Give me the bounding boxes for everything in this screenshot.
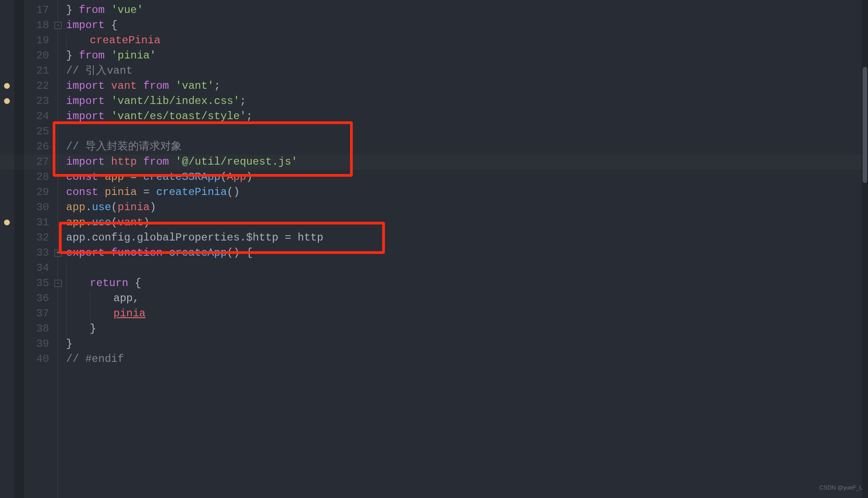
code-token: ) [150,201,156,213]
code-line[interactable]: // 导入封装的请求对象 [66,139,868,154]
code-line[interactable]: const pinia = createPinia() [66,185,868,200]
line-number: 24 [27,109,49,124]
code-token: // 引入vant [66,65,133,77]
code-token: function [111,247,169,259]
code-line[interactable]: import 'vant/lib/index.css'; [66,94,868,109]
line-number: 31 [27,215,49,230]
code-line[interactable]: } from 'pinia' [66,48,868,63]
code-line[interactable]: app.use(pinia) [66,200,868,215]
code-token: from [143,156,175,168]
code-token: import [66,156,111,168]
code-token: } [90,323,96,335]
code-token: ; [246,110,252,122]
scrollbar-thumb[interactable] [863,67,867,183]
breakpoint-dot[interactable] [4,83,10,89]
code-token: vant [117,216,143,228]
code-line[interactable]: const app = createSSRApp(App) [66,170,868,185]
code-token: ( [221,171,227,183]
code-line[interactable]: import http from '@/util/request.js' [66,154,868,170]
code-token: globalProperties [137,232,239,244]
code-token: $http [246,232,278,244]
code-token: app [66,232,85,244]
code-line[interactable]: // #endif [66,352,868,367]
code-line[interactable]: app.config.globalProperties.$http = http [66,230,868,245]
code-token: ; [240,95,246,107]
code-token: import [66,19,111,31]
line-number: 26 [27,139,49,154]
line-number: 20 [27,48,49,63]
code-token: use [92,201,111,213]
code-token: from [79,4,111,16]
code-line[interactable]: import vant from 'vant'; [66,79,868,94]
code-token: import [66,110,111,122]
code-area[interactable]: } from 'vue'import {createPinia} from 'p… [66,0,868,498]
code-token: from [143,80,175,92]
code-token: import [66,95,111,107]
code-token: } [66,4,79,16]
code-token: const [66,186,104,198]
code-token: . [85,232,92,244]
fold-toggle-icon[interactable]: - [54,22,62,29]
code-line[interactable]: import 'vant/es/toast/style'; [66,109,868,124]
code-line[interactable]: export function createApp() { [66,245,868,261]
code-token: 'vant/lib/index.css' [111,95,240,107]
line-number: 35 [27,276,49,291]
fold-gutter[interactable]: -+- [53,0,63,498]
line-number: 27 [27,154,49,170]
code-token: App [227,171,246,183]
code-line[interactable]: } from 'vue' [66,3,868,18]
code-line[interactable]: // 引入vant [66,63,868,79]
code-token: app [113,292,133,304]
code-line[interactable]: import { [66,18,868,33]
line-number: 25 [27,124,49,139]
code-token: 'vant' [175,80,214,92]
code-line[interactable] [66,124,868,139]
code-line[interactable] [66,261,868,276]
line-number: 21 [27,63,49,79]
line-number: 36 [27,291,49,306]
code-token: () [227,186,240,198]
code-line[interactable]: app, [66,291,868,306]
code-line[interactable]: app.use(vant) [66,215,868,230]
fold-toggle-icon[interactable]: - [54,280,62,287]
code-token: ) [246,171,252,183]
code-line[interactable]: } [66,336,868,352]
code-token: // 导入封装的请求对象 [66,141,182,153]
code-token: . [85,201,92,213]
code-token: = [143,186,156,198]
code-token: app [104,171,130,183]
code-line[interactable]: return { [66,276,868,291]
code-line[interactable]: } [66,321,868,336]
code-token: = [130,171,143,183]
code-token: . [130,232,137,244]
code-token: import [66,80,111,92]
code-token: { [135,277,141,289]
line-number: 38 [27,321,49,336]
fold-toggle-icon[interactable]: + [54,249,62,257]
line-number: 40 [27,352,49,367]
code-token: 'vue' [111,4,143,16]
breakpoint-gutter[interactable] [0,0,14,498]
code-line[interactable]: pinia [66,306,868,321]
code-token: } [66,50,79,62]
indent-guide [66,261,90,276]
code-token: , [133,292,139,304]
code-line[interactable]: createPinia [66,33,868,48]
code-token: . [240,232,246,244]
code-token: 'pinia' [111,50,156,62]
indent-guide [90,306,113,321]
code-token: http [111,156,143,168]
vertical-scrollbar[interactable] [862,0,868,498]
code-token: ( [111,216,117,228]
code-token: } [66,338,72,350]
line-number: 39 [27,336,49,352]
breakpoint-dot[interactable] [4,220,10,225]
code-token: pinia [104,186,143,198]
code-token: app [66,216,85,228]
code-token: ) [143,216,150,228]
line-number-gutter[interactable]: 1718192021222324252627282930313233343536… [24,0,52,498]
breakpoint-dot[interactable] [4,98,10,104]
tab-strip [14,0,24,498]
code-token: createApp [169,247,227,259]
line-number: 18 [27,18,49,33]
